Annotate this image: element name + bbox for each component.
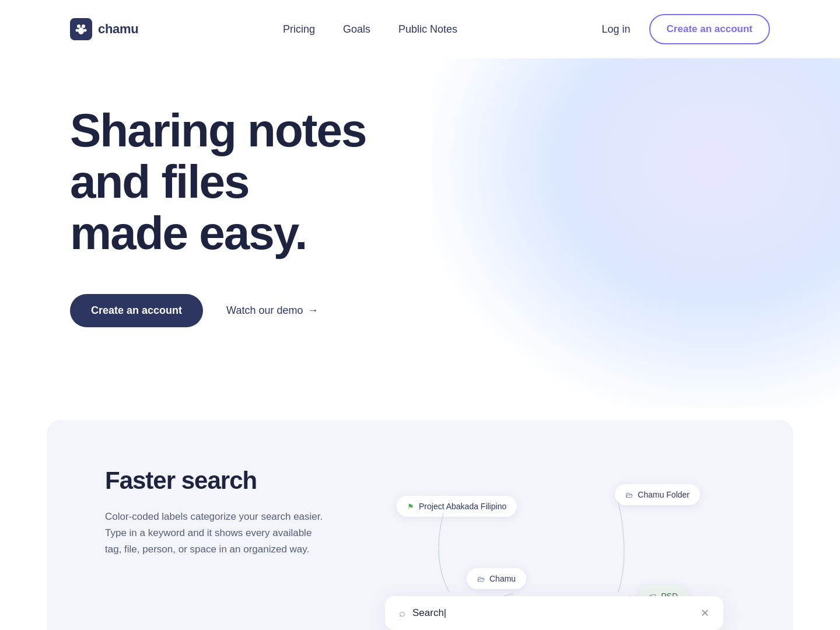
watch-demo-text: Watch our demo	[226, 304, 303, 317]
hero-section: Sharing notes and files made easy. Creat…	[0, 58, 840, 420]
feature-section: Faster search Color-coded labels categor…	[47, 420, 793, 630]
login-link[interactable]: Log in	[602, 23, 631, 36]
nav-item-pricing[interactable]: Pricing	[283, 23, 315, 36]
folder-icon: 🗁	[625, 491, 633, 499]
project-icon: ⚑	[407, 502, 414, 511]
search-input-icon: ⌕	[399, 607, 405, 620]
header-actions: Log in Create an account	[602, 14, 770, 44]
nav-item-goals[interactable]: Goals	[343, 23, 370, 36]
feature-text: Faster search Color-coded labels categor…	[105, 467, 327, 558]
svg-point-4	[84, 29, 87, 32]
tag-chamu: 🗁 Chamu	[467, 568, 526, 589]
svg-point-2	[78, 27, 84, 34]
search-close-icon[interactable]: ✕	[701, 607, 709, 620]
watch-demo-arrow-icon: →	[307, 304, 318, 317]
tag-chamu-label: Chamu	[489, 574, 516, 583]
logo-icon	[70, 18, 92, 40]
tag-project: ⚑ Project Abakada Filipino	[397, 496, 517, 517]
header: chamu Pricing Goals Public Notes Log in …	[0, 0, 840, 58]
tag-chamu-folder-label: Chamu Folder	[638, 490, 690, 499]
svg-point-0	[77, 24, 80, 28]
watch-demo-link[interactable]: Watch our demo →	[226, 304, 318, 317]
search-box[interactable]: ⌕ Search| ✕	[385, 596, 723, 630]
chamu-folder-icon: 🗁	[477, 575, 485, 583]
tag-project-label: Project Abakada Filipino	[419, 502, 506, 511]
hero-background	[432, 58, 840, 408]
feature-description: Color-coded labels categorize your searc…	[105, 509, 327, 558]
search-illustration: ⚑ Project Abakada Filipino 🗁 Chamu Folde…	[373, 478, 735, 630]
tag-chamu-folder: 🗁 Chamu Folder	[615, 484, 700, 505]
svg-point-1	[82, 24, 85, 28]
create-account-hero-button[interactable]: Create an account	[70, 294, 203, 327]
create-account-nav-button[interactable]: Create an account	[649, 14, 770, 44]
svg-point-3	[76, 29, 79, 32]
search-input[interactable]: Search|	[412, 607, 694, 619]
hero-cta-area: Create an account Watch our demo →	[70, 294, 770, 327]
nav-item-public-notes[interactable]: Public Notes	[398, 23, 457, 36]
feature-title: Faster search	[105, 467, 327, 495]
main-nav: Pricing Goals Public Notes	[283, 23, 457, 36]
logo-text: chamu	[98, 22, 138, 37]
logo-link[interactable]: chamu	[70, 18, 138, 40]
hero-title: Sharing notes and files made easy.	[70, 105, 449, 259]
